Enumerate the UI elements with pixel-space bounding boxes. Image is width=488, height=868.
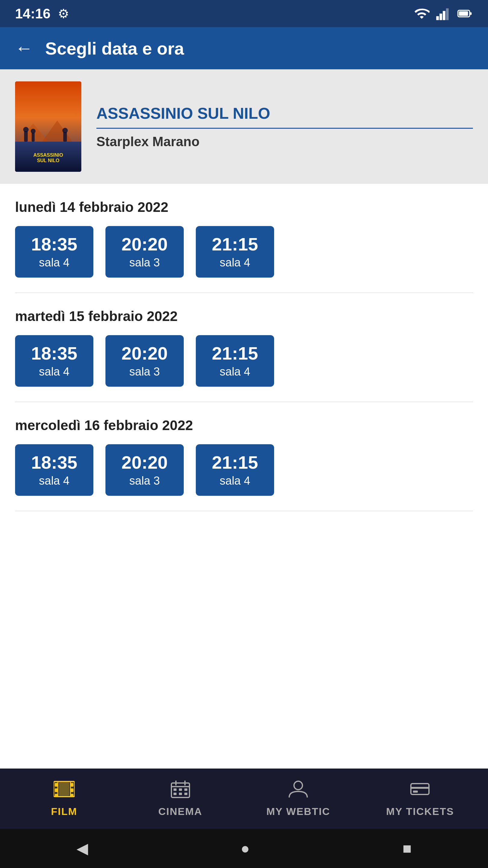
- time-slots-0: 18:35 sala 4 20:20 sala 3 21:15 sala 4: [15, 226, 473, 278]
- time-slots-2: 18:35 sala 4 20:20 sala 3 21:15 sala 4: [15, 444, 473, 496]
- user-icon: [288, 780, 309, 801]
- android-nav-bar: ◀ ● ■: [0, 829, 488, 868]
- nav-label-film: FILM: [51, 806, 77, 817]
- status-bar: 14:16 ⚙: [0, 0, 488, 27]
- time-slot-0-1[interactable]: 20:20 sala 3: [105, 226, 184, 278]
- wifi-icon: [414, 6, 429, 22]
- date-section-0: lunedì 14 febbraio 2022 18:35 sala 4 20:…: [15, 199, 473, 278]
- svg-rect-35: [179, 788, 182, 791]
- date-header-1: martedì 15 febbraio 2022: [15, 308, 473, 324]
- movie-card: ASSASSINIO SUL NILO ASSASSINIO SUL NILO …: [0, 69, 488, 184]
- svg-point-14: [31, 129, 36, 133]
- svg-text:ASSASSINIO: ASSASSINIO: [33, 153, 63, 158]
- divider-2: [15, 402, 473, 402]
- svg-rect-11: [24, 131, 28, 142]
- svg-point-16: [62, 128, 68, 133]
- person-icon: [288, 780, 309, 798]
- divider-3: [15, 511, 473, 511]
- nav-item-my-tickets[interactable]: MY TICKETS: [386, 780, 454, 817]
- nav-item-cinema[interactable]: CINEMA: [150, 780, 210, 817]
- android-home-button[interactable]: ●: [241, 840, 250, 857]
- nav-label-my-webtic: MY WEBTIC: [266, 806, 330, 817]
- date-section-2: mercoledì 16 febbraio 2022 18:35 sala 4 …: [15, 417, 473, 496]
- nav-label-my-tickets: MY TICKETS: [386, 806, 454, 817]
- status-time: 14:16: [15, 5, 51, 22]
- svg-rect-39: [184, 793, 187, 795]
- card-icon: [410, 780, 430, 798]
- svg-rect-0: [436, 16, 439, 20]
- time-slot-0-0[interactable]: 18:35 sala 4: [15, 226, 93, 278]
- svg-rect-5: [459, 11, 468, 16]
- page-title: Scegli data e ora: [45, 38, 184, 59]
- time-slot-1-1[interactable]: 20:20 sala 3: [105, 335, 184, 387]
- time-slot-1-0[interactable]: 18:35 sala 4: [15, 335, 93, 387]
- battery-icon: [457, 6, 473, 22]
- svg-point-40: [294, 781, 302, 789]
- svg-rect-27: [59, 782, 69, 796]
- movie-info: ASSASSINIO SUL NILO Starplex Marano: [96, 104, 473, 149]
- android-recent-button[interactable]: ■: [402, 840, 412, 857]
- date-header-2: mercoledì 16 febbraio 2022: [15, 417, 473, 433]
- nav-label-cinema: CINEMA: [158, 806, 202, 817]
- svg-rect-38: [179, 793, 182, 795]
- date-section-1: martedì 15 febbraio 2022 18:35 sala 4 20…: [15, 308, 473, 387]
- time-slot-2-0[interactable]: 18:35 sala 4: [15, 444, 93, 496]
- svg-point-12: [23, 127, 29, 132]
- svg-rect-43: [413, 790, 418, 793]
- svg-text:SUL NILO: SUL NILO: [37, 158, 59, 163]
- film-strip-icon: [54, 780, 75, 798]
- calendar-icon: [170, 780, 191, 798]
- svg-rect-6: [469, 12, 472, 15]
- svg-rect-36: [184, 788, 187, 791]
- cinema-icon: [170, 780, 191, 801]
- back-button[interactable]: ←: [15, 39, 33, 57]
- movie-title: ASSASSINIO SUL NILO: [96, 104, 473, 129]
- svg-rect-37: [173, 793, 176, 795]
- nav-item-film[interactable]: FILM: [34, 780, 94, 817]
- android-back-button[interactable]: ◀: [76, 840, 88, 857]
- svg-rect-3: [446, 8, 449, 20]
- movie-poster: ASSASSINIO SUL NILO: [15, 82, 82, 172]
- film-icon: [54, 780, 75, 801]
- top-bar: ← Scegli data e ora: [0, 27, 488, 69]
- svg-rect-1: [440, 13, 442, 20]
- time-slot-0-2[interactable]: 21:15 sala 4: [196, 226, 274, 278]
- schedule-content: lunedì 14 febbraio 2022 18:35 sala 4 20:…: [0, 184, 488, 769]
- time-slots-1: 18:35 sala 4 20:20 sala 3 21:15 sala 4: [15, 335, 473, 387]
- date-header-0: lunedì 14 febbraio 2022: [15, 199, 473, 215]
- svg-rect-41: [411, 784, 429, 795]
- svg-rect-15: [63, 132, 67, 142]
- nav-item-my-webtic[interactable]: MY WEBTIC: [266, 780, 330, 817]
- time-slot-1-2[interactable]: 21:15 sala 4: [196, 335, 274, 387]
- status-icons: [414, 6, 473, 22]
- svg-rect-2: [443, 11, 446, 20]
- svg-rect-34: [173, 788, 176, 791]
- svg-rect-13: [32, 133, 35, 142]
- movie-venue: Starplex Marano: [96, 134, 473, 149]
- signal-icon: [435, 6, 451, 22]
- poster-art: ASSASSINIO SUL NILO: [15, 82, 82, 172]
- ticket-icon: [410, 780, 430, 801]
- time-slot-2-2[interactable]: 21:15 sala 4: [196, 444, 274, 496]
- time-slot-2-1[interactable]: 20:20 sala 3: [105, 444, 184, 496]
- bottom-nav: FILM CINEMA MY WEBTIC: [0, 769, 488, 829]
- gear-icon: ⚙: [58, 6, 69, 21]
